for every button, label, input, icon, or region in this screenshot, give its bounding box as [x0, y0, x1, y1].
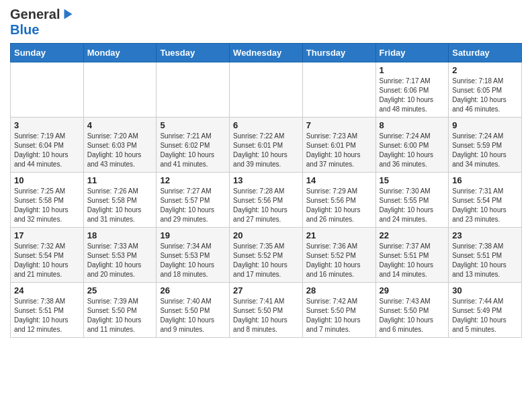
- calendar-cell: 5Sunrise: 7:21 AM Sunset: 6:02 PM Daylig…: [157, 118, 230, 173]
- day-number: 18: [87, 230, 153, 240]
- day-number: 7: [306, 120, 372, 130]
- day-number: 8: [380, 120, 445, 130]
- day-info: Sunrise: 7:23 AM Sunset: 6:01 PM Dayligh…: [306, 132, 372, 169]
- calendar-cell: 19Sunrise: 7:34 AM Sunset: 5:53 PM Dayli…: [157, 228, 230, 283]
- day-number: 16: [452, 175, 518, 185]
- calendar-week-row: 10Sunrise: 7:25 AM Sunset: 5:58 PM Dayli…: [11, 173, 522, 228]
- calendar-cell: 13Sunrise: 7:28 AM Sunset: 5:56 PM Dayli…: [230, 173, 303, 228]
- calendar-cell: [302, 62, 375, 118]
- day-info: Sunrise: 7:30 AM Sunset: 5:55 PM Dayligh…: [380, 187, 445, 224]
- day-info: Sunrise: 7:41 AM Sunset: 5:50 PM Dayligh…: [233, 297, 299, 334]
- calendar-header-row: SundayMondayTuesdayWednesdayThursdayFrid…: [11, 44, 522, 62]
- day-number: 13: [233, 175, 299, 185]
- calendar-cell: 23Sunrise: 7:38 AM Sunset: 5:51 PM Dayli…: [449, 228, 522, 283]
- logo-general-text: General: [10, 7, 60, 22]
- logo: General Blue: [10, 7, 73, 38]
- calendar-cell: 6Sunrise: 7:22 AM Sunset: 6:01 PM Daylig…: [230, 118, 303, 173]
- weekday-header: Saturday: [449, 44, 522, 62]
- day-info: Sunrise: 7:43 AM Sunset: 5:50 PM Dayligh…: [380, 297, 445, 334]
- calendar-cell: 3Sunrise: 7:19 AM Sunset: 6:04 PM Daylig…: [11, 118, 84, 173]
- day-number: 29: [380, 285, 445, 295]
- calendar-cell: 24Sunrise: 7:38 AM Sunset: 5:51 PM Dayli…: [11, 283, 84, 338]
- day-number: 2: [452, 65, 518, 75]
- day-info: Sunrise: 7:19 AM Sunset: 6:04 PM Dayligh…: [14, 132, 80, 169]
- day-info: Sunrise: 7:42 AM Sunset: 5:50 PM Dayligh…: [306, 297, 372, 334]
- day-info: Sunrise: 7:21 AM Sunset: 6:02 PM Dayligh…: [160, 132, 226, 169]
- calendar-week-row: 17Sunrise: 7:32 AM Sunset: 5:54 PM Dayli…: [11, 228, 522, 283]
- calendar-week-row: 1Sunrise: 7:17 AM Sunset: 6:06 PM Daylig…: [11, 62, 522, 118]
- calendar-cell: 11Sunrise: 7:26 AM Sunset: 5:58 PM Dayli…: [83, 173, 157, 228]
- day-number: 22: [380, 230, 445, 240]
- calendar-cell: 2Sunrise: 7:18 AM Sunset: 6:05 PM Daylig…: [449, 62, 522, 118]
- calendar-cell: 12Sunrise: 7:27 AM Sunset: 5:57 PM Dayli…: [157, 173, 230, 228]
- calendar-cell: 17Sunrise: 7:32 AM Sunset: 5:54 PM Dayli…: [11, 228, 84, 283]
- calendar-cell: 16Sunrise: 7:31 AM Sunset: 5:54 PM Dayli…: [449, 173, 522, 228]
- day-info: Sunrise: 7:26 AM Sunset: 5:58 PM Dayligh…: [87, 187, 153, 224]
- page: General Blue SundayMondayTuesdayWednesda…: [0, 0, 532, 348]
- day-info: Sunrise: 7:29 AM Sunset: 5:56 PM Dayligh…: [306, 187, 372, 224]
- day-info: Sunrise: 7:32 AM Sunset: 5:54 PM Dayligh…: [14, 242, 80, 279]
- day-number: 17: [14, 230, 80, 240]
- day-info: Sunrise: 7:17 AM Sunset: 6:06 PM Dayligh…: [380, 77, 445, 114]
- weekday-header: Friday: [375, 44, 449, 62]
- day-number: 21: [306, 230, 372, 240]
- calendar-cell: 22Sunrise: 7:37 AM Sunset: 5:51 PM Dayli…: [375, 228, 449, 283]
- day-info: Sunrise: 7:34 AM Sunset: 5:53 PM Dayligh…: [160, 242, 226, 279]
- day-number: 20: [233, 230, 299, 240]
- calendar-cell: 18Sunrise: 7:33 AM Sunset: 5:53 PM Dayli…: [83, 228, 157, 283]
- logo-blue-text: Blue: [10, 22, 39, 37]
- day-number: 11: [87, 175, 153, 185]
- calendar-cell: 7Sunrise: 7:23 AM Sunset: 6:01 PM Daylig…: [302, 118, 375, 173]
- day-info: Sunrise: 7:40 AM Sunset: 5:50 PM Dayligh…: [160, 297, 226, 334]
- day-number: 12: [160, 175, 226, 185]
- calendar-cell: [83, 62, 157, 118]
- weekday-header: Wednesday: [230, 44, 303, 62]
- day-number: 10: [14, 175, 80, 185]
- day-number: 27: [233, 285, 299, 295]
- weekday-header: Thursday: [302, 44, 375, 62]
- svg-marker-0: [64, 9, 73, 19]
- day-info: Sunrise: 7:37 AM Sunset: 5:51 PM Dayligh…: [380, 242, 445, 279]
- day-info: Sunrise: 7:33 AM Sunset: 5:53 PM Dayligh…: [87, 242, 153, 279]
- logo-icon: [61, 8, 73, 20]
- calendar-week-row: 3Sunrise: 7:19 AM Sunset: 6:04 PM Daylig…: [11, 118, 522, 173]
- day-info: Sunrise: 7:35 AM Sunset: 5:52 PM Dayligh…: [233, 242, 299, 279]
- calendar-cell: 10Sunrise: 7:25 AM Sunset: 5:58 PM Dayli…: [11, 173, 84, 228]
- day-number: 3: [14, 120, 80, 130]
- calendar-cell: 29Sunrise: 7:43 AM Sunset: 5:50 PM Dayli…: [375, 283, 449, 338]
- day-info: Sunrise: 7:24 AM Sunset: 6:00 PM Dayligh…: [380, 132, 445, 169]
- calendar-cell: [11, 62, 84, 118]
- day-number: 30: [452, 285, 518, 295]
- day-info: Sunrise: 7:27 AM Sunset: 5:57 PM Dayligh…: [160, 187, 226, 224]
- header: General Blue: [10, 7, 522, 38]
- calendar-cell: 28Sunrise: 7:42 AM Sunset: 5:50 PM Dayli…: [302, 283, 375, 338]
- day-info: Sunrise: 7:18 AM Sunset: 6:05 PM Dayligh…: [452, 77, 518, 114]
- calendar-cell: 26Sunrise: 7:40 AM Sunset: 5:50 PM Dayli…: [157, 283, 230, 338]
- day-number: 15: [380, 175, 445, 185]
- calendar-cell: [157, 62, 230, 118]
- day-number: 28: [306, 285, 372, 295]
- weekday-header: Monday: [83, 44, 157, 62]
- day-number: 26: [160, 285, 226, 295]
- day-info: Sunrise: 7:38 AM Sunset: 5:51 PM Dayligh…: [452, 242, 518, 279]
- day-number: 23: [452, 230, 518, 240]
- calendar-cell: 15Sunrise: 7:30 AM Sunset: 5:55 PM Dayli…: [375, 173, 449, 228]
- day-info: Sunrise: 7:31 AM Sunset: 5:54 PM Dayligh…: [452, 187, 518, 224]
- day-number: 9: [452, 120, 518, 130]
- day-info: Sunrise: 7:24 AM Sunset: 5:59 PM Dayligh…: [452, 132, 518, 169]
- calendar-cell: 9Sunrise: 7:24 AM Sunset: 5:59 PM Daylig…: [449, 118, 522, 173]
- calendar-cell: 14Sunrise: 7:29 AM Sunset: 5:56 PM Dayli…: [302, 173, 375, 228]
- day-info: Sunrise: 7:22 AM Sunset: 6:01 PM Dayligh…: [233, 132, 299, 169]
- calendar-cell: 4Sunrise: 7:20 AM Sunset: 6:03 PM Daylig…: [83, 118, 157, 173]
- calendar-cell: 30Sunrise: 7:44 AM Sunset: 5:49 PM Dayli…: [449, 283, 522, 338]
- day-number: 1: [380, 65, 445, 75]
- calendar-week-row: 24Sunrise: 7:38 AM Sunset: 5:51 PM Dayli…: [11, 283, 522, 338]
- day-number: 5: [160, 120, 226, 130]
- day-info: Sunrise: 7:25 AM Sunset: 5:58 PM Dayligh…: [14, 187, 80, 224]
- day-info: Sunrise: 7:20 AM Sunset: 6:03 PM Dayligh…: [87, 132, 153, 169]
- day-number: 6: [233, 120, 299, 130]
- day-number: 19: [160, 230, 226, 240]
- day-info: Sunrise: 7:36 AM Sunset: 5:52 PM Dayligh…: [306, 242, 372, 279]
- calendar-cell: [230, 62, 303, 118]
- day-info: Sunrise: 7:38 AM Sunset: 5:51 PM Dayligh…: [14, 297, 80, 334]
